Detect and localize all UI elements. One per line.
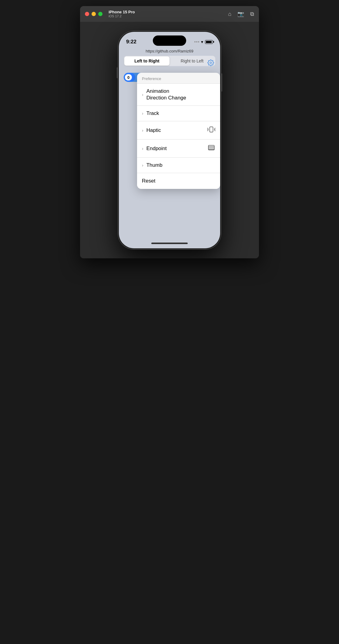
menu-item-reset[interactable]: Reset	[137, 173, 220, 189]
reset-label: Reset	[142, 178, 155, 184]
dot-1	[194, 41, 196, 42]
svg-rect-1	[210, 127, 213, 132]
traffic-light-green[interactable]	[98, 12, 102, 16]
mac-toolbar: ⌂ 📷 ⧉	[228, 11, 254, 17]
menu-label-animation: AnimationDirection Change	[146, 88, 215, 101]
window-title: iPhone 15 Pro iOS 17.2	[109, 10, 135, 18]
menu-item-thumb[interactable]: › Thumb	[137, 157, 220, 173]
preference-menu: Preference › AnimationDirection Change ›…	[137, 73, 220, 189]
mac-titlebar: iPhone 15 Pro iOS 17.2 ⌂ 📷 ⧉	[80, 6, 259, 22]
traffic-light-red[interactable]	[85, 12, 89, 16]
status-time: 9:22	[126, 39, 136, 45]
mac-window: iPhone 15 Pro iOS 17.2 ⌂ 📷 ⧉ 9:22	[80, 6, 259, 258]
phone-container: 9:22 ▾ https://g	[80, 22, 259, 258]
wifi-icon: ▾	[201, 39, 203, 44]
chevron-icon-thumb: ›	[142, 163, 143, 168]
dynamic-island	[153, 35, 186, 46]
url-bar[interactable]: https://github.com/Ramiz69	[119, 48, 220, 56]
segment-right[interactable]: Right to Left	[170, 56, 215, 65]
chevron-icon-endpoint: ›	[142, 146, 143, 151]
segment-left[interactable]: Left to Right	[124, 56, 170, 65]
dot-3	[198, 41, 199, 42]
battery-fill	[206, 41, 212, 43]
menu-item-endpoint[interactable]: › Endpoint	[137, 139, 220, 157]
status-bar: 9:22 ▾	[119, 32, 220, 48]
menu-item-track[interactable]: › Track	[137, 106, 220, 121]
app-content: Left to Right Right to Left	[119, 56, 220, 238]
chevron-icon-haptic: ›	[142, 128, 143, 133]
slider-min-label: 0	[125, 74, 132, 81]
phone-frame: 9:22 ▾ https://g	[118, 31, 221, 249]
home-indicator	[119, 238, 220, 248]
window-subtitle: iOS 17.2	[109, 14, 135, 18]
battery-icon	[205, 40, 213, 44]
menu-item-animation[interactable]: › AnimationDirection Change	[137, 83, 220, 106]
chevron-icon-track: ›	[142, 111, 143, 116]
traffic-light-yellow[interactable]	[92, 12, 96, 16]
menu-label-track: Track	[146, 110, 215, 117]
menu-item-haptic[interactable]: › Haptic	[137, 121, 220, 139]
control-row: Left to Right Right to Left	[124, 56, 215, 70]
menu-header: Preference	[137, 73, 220, 83]
window-icon[interactable]: ⧉	[250, 11, 254, 17]
home-icon[interactable]: ⌂	[228, 11, 231, 17]
home-bar	[151, 243, 188, 244]
endpoint-icon	[207, 144, 215, 153]
menu-label-haptic: Haptic	[146, 127, 207, 134]
status-icons: ▾	[194, 39, 213, 44]
haptic-icon	[207, 126, 215, 135]
dot-2	[196, 41, 197, 42]
menu-label-endpoint: Endpoint	[146, 145, 207, 152]
screenshot-icon[interactable]: 📷	[237, 11, 244, 17]
chevron-icon-animation: ›	[142, 92, 143, 97]
signal-dots	[194, 41, 199, 42]
phone-screen: 9:22 ▾ https://g	[119, 32, 220, 248]
segmented-control[interactable]: Left to Right Right to Left	[124, 56, 215, 66]
menu-label-thumb: Thumb	[146, 162, 215, 169]
